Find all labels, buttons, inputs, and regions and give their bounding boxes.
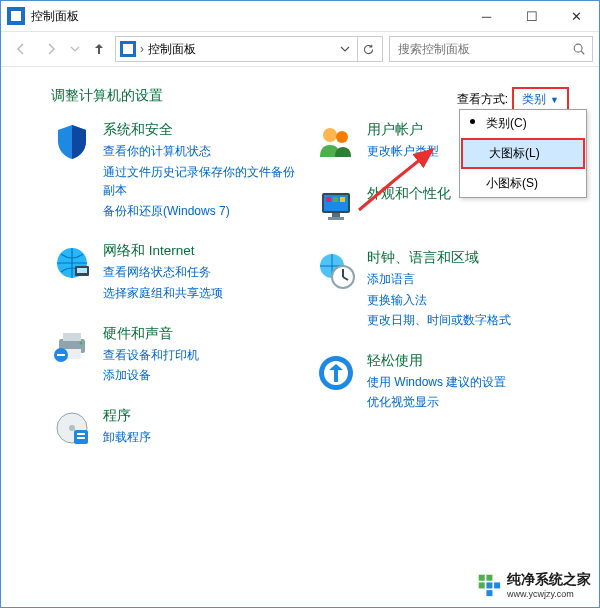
category-title[interactable]: 系统和安全 [103,121,305,139]
menu-item-label: 大图标(L) [489,146,540,160]
caret-down-icon: ▼ [550,95,559,105]
category-link[interactable]: 优化视觉显示 [367,393,506,412]
programs-disc-icon [51,407,93,449]
category-programs: 程序 卸载程序 [51,407,305,449]
category-link[interactable]: 备份和还原(Windows 7) [103,202,305,221]
navigation-bar: › 控制面板 [1,31,599,67]
radio-bullet-icon [470,119,475,124]
svg-rect-22 [326,197,331,202]
search-icon[interactable] [572,42,586,56]
svg-rect-14 [77,433,85,435]
monitor-color-icon [315,185,357,227]
watermark-brand: 纯净系统之家 [507,571,591,589]
category-network: 网络和 Internet 查看网络状态和任务 选择家庭组和共享选项 [51,242,305,302]
svg-rect-34 [486,582,492,588]
address-bar[interactable]: › 控制面板 [115,36,383,62]
back-button[interactable] [7,36,35,62]
svg-rect-6 [63,333,81,341]
category-hardware-sound: 硬件和声音 查看设备和打印机 添加设备 [51,325,305,385]
svg-point-0 [574,44,582,52]
svg-point-16 [323,128,337,142]
watermark-url: www.ycwjzy.com [507,589,591,599]
category-link[interactable]: 通过文件历史记录保存你的文件备份副本 [103,163,305,200]
category-title[interactable]: 网络和 Internet [103,242,223,260]
svg-rect-4 [77,268,87,273]
forward-button[interactable] [37,36,65,62]
category-link[interactable]: 选择家庭组和共享选项 [103,284,223,303]
control-panel-icon [7,7,25,25]
category-link[interactable]: 使用 Windows 建议的设置 [367,373,506,392]
window-title: 控制面板 [31,8,464,25]
category-title[interactable]: 时钟、语言和区域 [367,249,511,267]
svg-rect-23 [333,197,338,202]
breadcrumb-item[interactable]: 控制面板 [148,41,196,58]
category-title[interactable]: 用户帐户 [367,121,439,139]
recent-dropdown[interactable] [67,36,83,62]
address-control-panel-icon [120,41,136,57]
category-link[interactable]: 添加语言 [367,270,511,289]
printer-icon [51,325,93,367]
users-icon [315,121,357,163]
category-link[interactable]: 更改帐户类型 [367,142,439,161]
menu-item-label: 小图标(S) [486,176,538,190]
menu-item-small-icons[interactable]: 小图标(S) [460,170,586,197]
svg-point-17 [336,131,348,143]
svg-rect-15 [77,437,85,439]
category-link[interactable]: 卸载程序 [103,428,151,447]
svg-rect-10 [57,354,65,356]
view-by-current: 类别 [522,91,546,108]
svg-point-8 [80,341,83,344]
titlebar: 控制面板 ─ ☐ ✕ [1,1,599,31]
search-input[interactable] [396,41,568,57]
search-box[interactable] [389,36,593,62]
maximize-button[interactable]: ☐ [509,1,554,31]
category-link[interactable]: 更改日期、时间或数字格式 [367,311,511,330]
category-title[interactable]: 外观和个性化 [367,185,451,203]
globe-network-icon [51,242,93,284]
breadcrumb-separator-icon: › [140,42,144,56]
left-column: 系统和安全 查看你的计算机状态 通过文件历史记录保存你的文件备份副本 备份和还原… [51,121,305,449]
refresh-button[interactable] [357,37,378,61]
up-button[interactable] [85,36,113,62]
menu-item-large-icons[interactable]: 大图标(L) [461,138,585,169]
svg-rect-31 [479,575,485,581]
category-title[interactable]: 轻松使用 [367,352,506,370]
view-by-label: 查看方式: [457,91,508,108]
svg-line-1 [581,51,584,54]
category-title[interactable]: 程序 [103,407,151,425]
address-dropdown-icon[interactable] [337,44,353,54]
menu-item-label: 类别(C) [486,116,527,130]
view-by-menu: 类别(C) 大图标(L) 小图标(S) [459,109,587,198]
category-system-security: 系统和安全 查看你的计算机状态 通过文件历史记录保存你的文件备份副本 备份和还原… [51,121,305,220]
svg-rect-36 [486,590,492,596]
svg-rect-20 [332,213,340,217]
category-ease-of-access: 轻松使用 使用 Windows 建议的设置 优化视觉显示 [315,352,569,412]
svg-rect-33 [479,582,485,588]
category-link[interactable]: 查看你的计算机状态 [103,142,305,161]
window-root: 控制面板 ─ ☐ ✕ › 控制面板 [0,0,600,608]
content-area: 调整计算机的设置 查看方式: 类别 ▼ 类别(C) 大图标(L) 小图标(S) [1,67,599,607]
menu-item-category[interactable]: 类别(C) [460,110,586,137]
svg-rect-35 [494,582,500,588]
category-clock-language: 时钟、语言和区域 添加语言 更换输入法 更改日期、时间或数字格式 [315,249,569,330]
svg-rect-32 [486,575,492,581]
svg-rect-24 [340,197,345,202]
category-link[interactable]: 添加设备 [103,366,199,385]
minimize-button[interactable]: ─ [464,1,509,31]
close-button[interactable]: ✕ [554,1,599,31]
category-title[interactable]: 硬件和声音 [103,325,199,343]
clock-globe-icon [315,249,357,291]
watermark: 纯净系统之家 www.ycwjzy.com [475,569,593,601]
category-link[interactable]: 更换输入法 [367,291,511,310]
svg-rect-21 [328,217,344,220]
ease-of-access-icon [315,352,357,394]
watermark-logo-icon [477,573,501,597]
svg-point-12 [69,425,75,431]
category-link[interactable]: 查看设备和打印机 [103,346,199,365]
category-link[interactable]: 查看网络状态和任务 [103,263,223,282]
shield-icon [51,121,93,163]
